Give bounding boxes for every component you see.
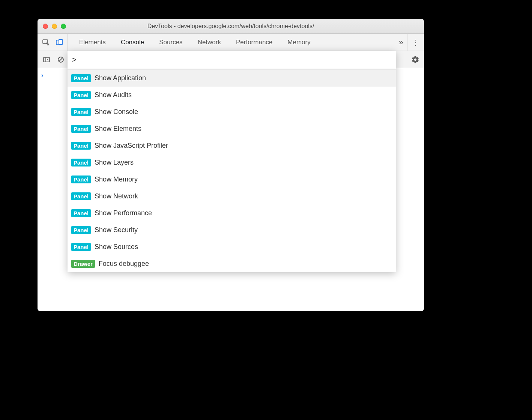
command-palette-item[interactable]: PanelShow Network <box>68 188 396 205</box>
minimize-window-button[interactable] <box>52 24 57 29</box>
devtools-window: DevTools - developers.google.com/web/too… <box>38 19 424 311</box>
command-palette-item-label: Show Elements <box>95 125 141 133</box>
panel-tabs: ElementsConsoleSourcesNetworkPerformance… <box>68 34 395 51</box>
tab-elements[interactable]: Elements <box>72 34 113 51</box>
toolbar-left <box>38 34 68 51</box>
tab-label: Sources <box>159 39 182 46</box>
panel-badge: Panel <box>71 108 91 116</box>
command-palette-item[interactable]: PanelShow Console <box>68 104 396 120</box>
command-palette-list: PanelShow ApplicationPanelShow AuditsPan… <box>68 70 396 272</box>
console-prompt-icon[interactable]: › <box>41 72 43 79</box>
more-dots-icon: ⋮ <box>412 39 419 46</box>
command-palette-item[interactable]: DrawerFocus debuggee <box>68 255 396 272</box>
overflow-tabs-button[interactable]: » <box>395 38 407 47</box>
command-palette-item-label: Show Security <box>95 226 138 234</box>
tab-console[interactable]: Console <box>113 34 152 51</box>
tab-label: Performance <box>236 39 272 46</box>
close-window-button[interactable] <box>43 24 48 29</box>
main-toolbar: ElementsConsoleSourcesNetworkPerformance… <box>38 34 424 51</box>
tab-network[interactable]: Network <box>190 34 228 51</box>
tab-memory[interactable]: Memory <box>280 34 318 51</box>
console-settings-icon[interactable] <box>411 56 419 64</box>
svg-rect-4 <box>44 57 50 62</box>
command-palette-item-label: Show Application <box>95 74 146 82</box>
command-palette-item[interactable]: PanelShow Security <box>68 222 396 238</box>
tab-label: Network <box>198 39 221 46</box>
command-palette-input[interactable] <box>79 56 391 64</box>
command-palette-item[interactable]: PanelShow Layers <box>68 154 396 171</box>
command-palette-item-label: Show Performance <box>95 209 152 217</box>
command-palette-item[interactable]: PanelShow Memory <box>68 171 396 188</box>
tab-label: Console <box>121 39 144 46</box>
tab-label: Elements <box>79 39 106 46</box>
panel-badge: Panel <box>71 209 91 217</box>
panel-badge: Panel <box>71 176 91 183</box>
command-palette-item[interactable]: PanelShow Performance <box>68 205 396 222</box>
console-toolbar-left <box>38 54 66 65</box>
command-palette-item-label: Show Console <box>95 108 138 116</box>
panel-badge: Panel <box>71 159 91 166</box>
panel-badge: Panel <box>71 125 91 133</box>
panel-badge: Panel <box>71 226 91 234</box>
tab-sources[interactable]: Sources <box>152 34 190 51</box>
command-palette-item-label: Show Layers <box>95 159 134 166</box>
command-palette-item-label: Show Audits <box>95 91 132 99</box>
command-palette-item[interactable]: PanelShow Application <box>68 70 396 87</box>
console-toolbar: > PanelShow ApplicationPanelShow AuditsP… <box>38 51 424 68</box>
command-palette-item-label: Show Network <box>95 192 138 200</box>
command-palette-prefix: > <box>72 56 77 64</box>
toggle-sidebar-icon[interactable] <box>41 54 52 65</box>
command-palette-input-row: > <box>68 51 396 70</box>
tab-label: Memory <box>287 39 310 46</box>
titlebar: DevTools - developers.google.com/web/too… <box>38 19 424 34</box>
command-palette-item-label: Focus debuggee <box>99 260 149 268</box>
more-menu-button[interactable]: ⋮ <box>410 37 421 48</box>
command-palette: > PanelShow ApplicationPanelShow AuditsP… <box>68 51 396 272</box>
clear-console-icon[interactable] <box>56 54 66 65</box>
command-palette-item-label: Show JavaScript Profiler <box>95 142 168 150</box>
command-palette-item-label: Show Memory <box>95 176 138 183</box>
panel-badge: Panel <box>71 74 91 82</box>
maximize-window-button[interactable] <box>61 24 66 29</box>
toolbar-right: ⋮ <box>407 34 424 51</box>
window-controls <box>38 24 66 29</box>
window-title: DevTools - developers.google.com/web/too… <box>38 23 424 30</box>
command-palette-item[interactable]: PanelShow Elements <box>68 120 396 137</box>
svg-line-7 <box>59 58 63 62</box>
command-palette-item-label: Show Sources <box>95 243 138 251</box>
panel-badge: Panel <box>71 243 91 251</box>
command-palette-item[interactable]: PanelShow JavaScript Profiler <box>68 137 396 154</box>
svg-rect-0 <box>43 40 48 44</box>
panel-badge: Panel <box>71 192 91 200</box>
command-palette-item[interactable]: PanelShow Sources <box>68 238 396 255</box>
panel-badge: Panel <box>71 91 91 99</box>
tab-performance[interactable]: Performance <box>228 34 280 51</box>
panel-badge: Panel <box>71 142 91 150</box>
inspect-element-icon[interactable] <box>41 37 51 48</box>
command-palette-item[interactable]: PanelShow Audits <box>68 87 396 104</box>
device-toggle-icon[interactable] <box>54 37 65 48</box>
drawer-badge: Drawer <box>71 260 95 268</box>
svg-rect-2 <box>59 39 62 45</box>
